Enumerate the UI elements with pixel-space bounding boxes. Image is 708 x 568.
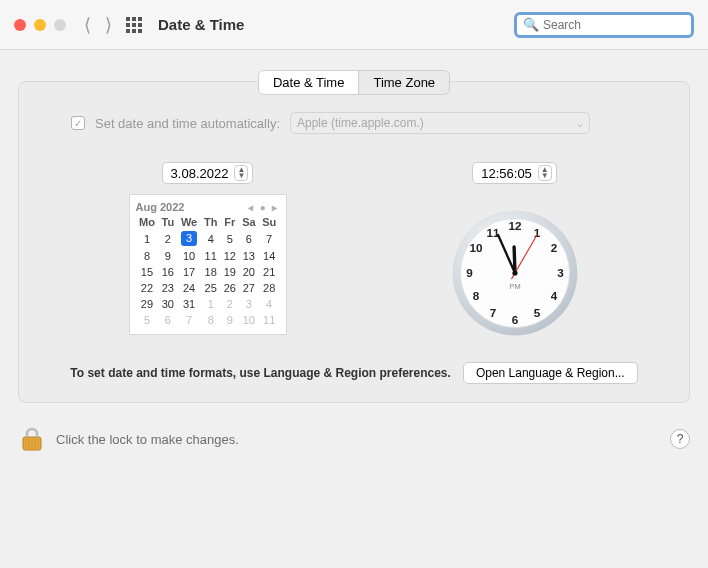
search-icon: 🔍 [523,17,539,32]
calendar-day[interactable]: 8 [201,312,221,328]
calendar-weekday: Mo [136,215,159,229]
tab-date-time[interactable]: Date & Time [259,71,359,94]
auto-checkbox[interactable]: ✓ [71,116,85,130]
calendar-day[interactable]: 5 [136,312,159,328]
close-icon[interactable] [14,19,26,31]
calendar-day[interactable]: 31 [177,296,201,312]
auto-label: Set date and time automatically: [95,116,280,131]
calendar-nav[interactable]: ◂ ● ▸ [248,202,280,213]
calendar-day[interactable]: 25 [201,280,221,296]
calendar: Aug 2022 ◂ ● ▸ MoTuWeThFrSaSu 1234567891… [129,194,287,335]
calendar-weekday: Sa [239,215,259,229]
svg-text:12: 12 [508,219,522,232]
forward-button: ⟩ [105,14,112,36]
calendar-day[interactable]: 22 [136,280,159,296]
calendar-day[interactable]: 19 [221,264,239,280]
calendar-day[interactable]: 1 [136,229,159,248]
calendar-grid: MoTuWeThFrSaSu 1234567891011121314151617… [136,215,280,328]
svg-text:10: 10 [469,241,483,254]
open-language-region-button[interactable]: Open Language & Region... [463,362,638,384]
minimize-icon[interactable] [34,19,46,31]
svg-text:2: 2 [550,241,557,254]
calendar-day[interactable]: 26 [221,280,239,296]
calendar-weekday: Tu [158,215,177,229]
date-value: 3.08.2022 [171,166,229,181]
calendar-day[interactable]: 27 [239,280,259,296]
calendar-day[interactable]: 16 [158,264,177,280]
calendar-day[interactable]: 10 [239,312,259,328]
back-button[interactable]: ⟨ [84,14,91,36]
calendar-day[interactable]: 21 [259,264,280,280]
calendar-day[interactable]: 9 [158,248,177,264]
calendar-day[interactable]: 15 [136,264,159,280]
time-stepper[interactable]: 12:56:05 ▲▼ [472,162,557,184]
lock-icon[interactable] [18,425,46,453]
calendar-day[interactable]: 3 [177,229,201,248]
calendar-weekday: Su [259,215,280,229]
show-all-icon[interactable] [126,17,142,33]
calendar-day[interactable]: 30 [158,296,177,312]
svg-text:7: 7 [489,306,496,319]
preferences-panel: ✓ Set date and time automatically: Apple… [18,81,690,403]
svg-text:6: 6 [511,313,518,326]
calendar-day[interactable]: 2 [221,296,239,312]
calendar-day[interactable]: 6 [158,312,177,328]
window-title: Date & Time [158,16,244,33]
zoom-icon [54,19,66,31]
time-server-select[interactable]: Apple (time.apple.com.) ⌵ [290,112,590,134]
stepper-arrows-icon[interactable]: ▲▼ [234,165,248,181]
nav-controls: ⟨ ⟩ [84,14,142,36]
calendar-day[interactable]: 17 [177,264,201,280]
format-hint: To set date and time formats, use Langua… [70,366,451,380]
tab-switcher: Date & Time Time Zone [258,70,450,95]
calendar-day[interactable]: 23 [158,280,177,296]
calendar-day[interactable]: 6 [239,229,259,248]
analog-clock[interactable]: 1212 345 678 91011 PM [450,208,580,338]
calendar-weekday: We [177,215,201,229]
calendar-day[interactable]: 8 [136,248,159,264]
calendar-day[interactable]: 7 [177,312,201,328]
calendar-day[interactable]: 20 [239,264,259,280]
clock-meridiem: PM [509,282,521,291]
svg-text:3: 3 [557,266,564,279]
calendar-day[interactable]: 4 [259,296,280,312]
calendar-day[interactable]: 7 [259,229,280,248]
calendar-day[interactable]: 11 [201,248,221,264]
help-button[interactable]: ? [670,429,690,449]
calendar-day[interactable]: 13 [239,248,259,264]
stepper-arrows-icon[interactable]: ▲▼ [538,165,552,181]
calendar-day[interactable]: 14 [259,248,280,264]
calendar-day[interactable]: 2 [158,229,177,248]
svg-text:1: 1 [533,226,540,239]
calendar-day[interactable]: 29 [136,296,159,312]
svg-text:9: 9 [466,266,473,279]
time-server-value: Apple (time.apple.com.) [297,116,424,130]
calendar-day[interactable]: 5 [221,229,239,248]
svg-text:5: 5 [533,306,540,319]
calendar-day[interactable]: 18 [201,264,221,280]
svg-point-17 [512,270,517,275]
lock-hint: Click the lock to make changes. [56,432,239,447]
calendar-day[interactable]: 1 [201,296,221,312]
calendar-day[interactable]: 3 [239,296,259,312]
titlebar: ⟨ ⟩ Date & Time 🔍 [0,0,708,50]
calendar-day[interactable]: 24 [177,280,201,296]
calendar-day[interactable]: 9 [221,312,239,328]
calendar-day[interactable]: 28 [259,280,280,296]
search-field[interactable]: 🔍 [514,12,694,38]
tab-time-zone[interactable]: Time Zone [358,71,449,94]
date-stepper[interactable]: 3.08.2022 ▲▼ [162,162,254,184]
window-controls [14,19,66,31]
calendar-day[interactable]: 12 [221,248,239,264]
calendar-month: Aug 2022 [136,201,185,213]
search-input[interactable] [543,18,693,32]
time-value: 12:56:05 [481,166,532,181]
calendar-day[interactable]: 10 [177,248,201,264]
svg-text:8: 8 [472,289,479,302]
calendar-weekday: Th [201,215,221,229]
svg-text:4: 4 [550,289,557,302]
calendar-day[interactable]: 4 [201,229,221,248]
chevron-down-icon: ⌵ [577,118,583,129]
calendar-weekday: Fr [221,215,239,229]
calendar-day[interactable]: 11 [259,312,280,328]
